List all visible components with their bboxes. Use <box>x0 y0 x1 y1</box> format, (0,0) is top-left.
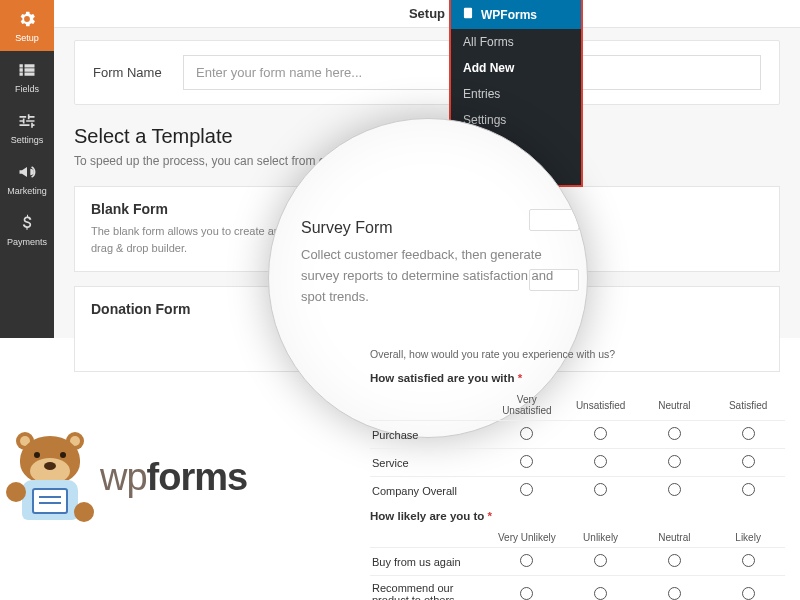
radio-input[interactable] <box>742 587 755 600</box>
nav-fields[interactable]: Fields <box>0 51 54 102</box>
likert-col: Neutral <box>638 528 712 548</box>
required-asterisk: * <box>488 510 492 522</box>
radio-input[interactable] <box>520 587 533 600</box>
form-name-label: Form Name <box>93 65 183 80</box>
zoom-template-desc: Collect customer feedback, then generate… <box>301 245 555 307</box>
list-icon <box>16 59 38 81</box>
radio-input[interactable] <box>520 427 533 440</box>
radio-input[interactable] <box>742 427 755 440</box>
likert-col: Very Unlikely <box>490 528 564 548</box>
builder-titlebar: Setup <box>54 0 800 28</box>
sliders-icon <box>16 110 38 132</box>
likert-col: Very Unsatisfied <box>490 390 564 421</box>
wpforms-mascot-icon <box>10 432 90 522</box>
radio-input[interactable] <box>742 455 755 468</box>
likert-title-satisfied: How satisfied are you with * <box>370 366 785 390</box>
likert-table-likely: Very Unlikely Unlikely Neutral Likely Bu… <box>370 528 785 600</box>
gear-icon <box>16 8 38 30</box>
likert-table-satisfied: Very Unsatisfied Unsatisfied Neutral Sat… <box>370 390 785 504</box>
survey-preview: Overall, how would you rate you experien… <box>360 338 795 600</box>
likert-row: Recommend our product to others <box>370 576 785 601</box>
nav-label: Fields <box>15 84 39 94</box>
likert-col: Likely <box>711 528 785 548</box>
likert-row: Service <box>370 449 785 477</box>
likert-row: Buy from us again <box>370 548 785 576</box>
likert-col: Unsatisfied <box>564 390 638 421</box>
nav-label: Marketing <box>7 186 47 196</box>
radio-input[interactable] <box>668 427 681 440</box>
dollar-icon <box>16 212 38 234</box>
wpforms-brand: wpforms <box>10 432 247 522</box>
nav-label: Payments <box>7 237 47 247</box>
survey-question: Overall, how would you rate you experien… <box>370 344 785 366</box>
radio-input[interactable] <box>742 554 755 567</box>
wp-menu-add-new[interactable]: Add New <box>451 55 581 81</box>
zoom-template-name: Survey Form <box>301 219 555 237</box>
radio-input[interactable] <box>742 483 755 496</box>
likert-col: Unlikely <box>564 528 638 548</box>
radio-input[interactable] <box>594 483 607 496</box>
radio-input[interactable] <box>520 455 533 468</box>
radio-input[interactable] <box>594 554 607 567</box>
form-name-row: Form Name <box>74 40 780 105</box>
radio-input[interactable] <box>594 455 607 468</box>
radio-input[interactable] <box>668 455 681 468</box>
radio-input[interactable] <box>594 587 607 600</box>
likert-title-likely: How likely are you to * <box>370 504 785 528</box>
likert-col: Satisfied <box>711 390 785 421</box>
wp-menu-head-label: WPForms <box>481 8 537 22</box>
page-title: Setup <box>409 6 445 21</box>
likert-col: Neutral <box>638 390 712 421</box>
nav-setup[interactable]: Setup <box>0 0 54 51</box>
bullhorn-icon <box>16 161 38 183</box>
clipboard-icon <box>461 6 475 23</box>
nav-marketing[interactable]: Marketing <box>0 153 54 204</box>
wp-menu-wpforms[interactable]: WPForms <box>451 0 581 29</box>
nav-label: Settings <box>11 135 44 145</box>
nav-payments[interactable]: Payments <box>0 204 54 255</box>
radio-input[interactable] <box>594 427 607 440</box>
wp-menu-entries[interactable]: Entries <box>451 81 581 107</box>
radio-input[interactable] <box>520 483 533 496</box>
likert-row: Purchase <box>370 421 785 449</box>
likert-row: Company Overall <box>370 477 785 505</box>
required-asterisk: * <box>518 372 522 384</box>
radio-input[interactable] <box>668 554 681 567</box>
builder-sidebar: Setup Fields Settings Marketing Payments <box>0 0 54 338</box>
wpforms-logo-text: wpforms <box>100 456 247 499</box>
radio-input[interactable] <box>520 554 533 567</box>
nav-settings[interactable]: Settings <box>0 102 54 153</box>
radio-input[interactable] <box>668 483 681 496</box>
radio-input[interactable] <box>668 587 681 600</box>
nav-label: Setup <box>15 33 39 43</box>
wp-menu-all-forms[interactable]: All Forms <box>451 29 581 55</box>
